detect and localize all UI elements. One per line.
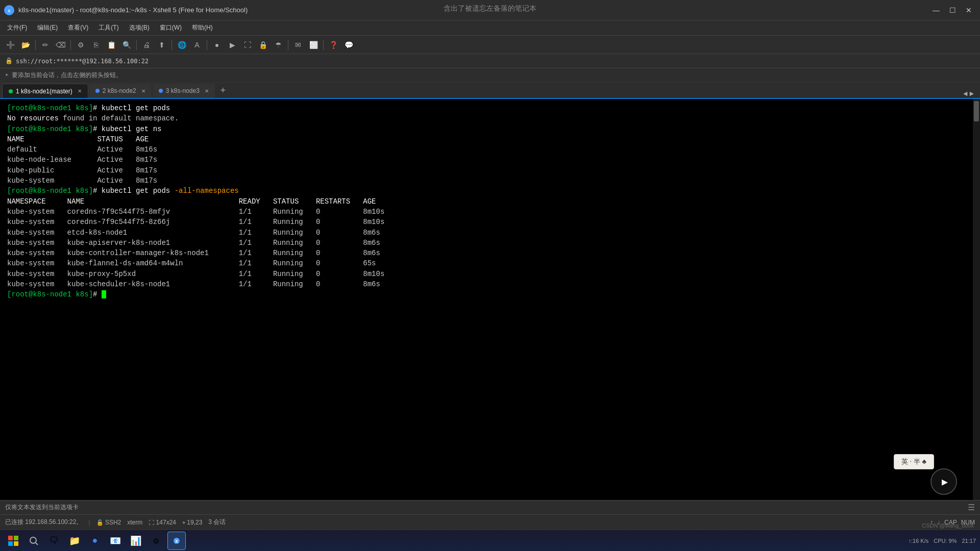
tab-close-3[interactable]: ✕ [205, 88, 209, 94]
size-icon: ⛶ [149, 519, 154, 525]
send-bar-text: 仅将文本发送到当前选项卡 [5, 503, 79, 512]
status-sep-1: | [88, 519, 90, 526]
taskbar-cpu: CPU: 9% [934, 538, 957, 544]
pos-icon: ⌖ [182, 519, 185, 525]
toolbar-layout[interactable]: ⬜ [306, 38, 321, 52]
terminal-scrollbar-thumb[interactable] [974, 101, 979, 121]
menu-window[interactable]: 窗口(W) [155, 21, 187, 34]
svg-text:X: X [8, 9, 11, 13]
ime-widget: 英 ‧ 半 ♣ [894, 454, 934, 469]
toolbar-find[interactable]: 🔍 [119, 38, 134, 52]
status-pos: ⌖ 19,23 [182, 519, 202, 526]
tab-node2[interactable]: 2 k8s-node2 ✕ [89, 84, 152, 98]
info-text: 要添加当前会话，点击左侧的箭头按钮。 [12, 71, 122, 80]
tab-close-2[interactable]: ✕ [141, 88, 145, 94]
tab-node3[interactable]: 3 k8s-node3 ✕ [153, 84, 215, 98]
toolbar-chat[interactable]: 💬 [341, 38, 356, 52]
close-button[interactable]: ✕ [962, 3, 976, 17]
media-play-icon: ▶ [942, 475, 948, 488]
send-bar-menu[interactable]: ☰ [968, 503, 975, 512]
toolbar: ➕ 📂 ✏ ⌫ ⚙ ⎘ 📋 🔍 🖨 ⬆ 🌐 A ● ▶ ⛶ 🔒 ☂ ✉ ⬜ ❓ … [0, 36, 980, 54]
tab-bar: 1 k8s-node1(master) ✕ 2 k8s-node2 ✕ 3 k8… [0, 83, 980, 99]
toolbar-font[interactable]: A [190, 38, 204, 52]
svg-rect-5 [14, 541, 18, 546]
menu-help[interactable]: 帮助(H) [187, 21, 218, 34]
csdn-watermark: CSDN @wang_book [922, 522, 974, 529]
taskbar-speed: ↑:16 K/s [908, 538, 928, 544]
toolbar-play[interactable]: ▶ [225, 38, 239, 52]
window-controls: — ☐ ✕ [929, 3, 976, 17]
menu-view[interactable]: 查看(V) [63, 21, 93, 34]
toolbar-record[interactable]: ● [210, 38, 224, 52]
toolbar-key[interactable]: ☂ [271, 38, 285, 52]
svg-rect-2 [8, 536, 13, 540]
tab-label-1: 1 k8s-node1(master) [16, 88, 72, 95]
toolbar-new[interactable]: ➕ [3, 38, 17, 52]
ssh-icon: 🔓 [96, 519, 104, 525]
toolbar-help[interactable]: ❓ [326, 38, 340, 52]
toolbar-erase[interactable]: ⌫ [54, 38, 68, 52]
svg-line-7 [36, 543, 38, 545]
toolbar-expand[interactable]: ⛶ [240, 38, 255, 52]
tab-prev-icon[interactable]: ◄ [963, 90, 967, 98]
taskbar-app2[interactable]: 📊 [127, 532, 145, 550]
minimize-button[interactable]: — [929, 3, 943, 17]
status-sessions: 3 会话 [208, 518, 226, 527]
taskbar-right: ↑:16 K/s CPU: 9% 21:17 [908, 538, 976, 544]
taskbar-start[interactable] [4, 532, 22, 550]
status-bar: 已连接 192.168.56.100:22。 | 🔓 SSH2 xterm ⛶ … [0, 514, 980, 530]
svg-rect-3 [14, 536, 18, 540]
connection-status: 已连接 192.168.56.100:22。 [5, 518, 82, 527]
toolbar-upload[interactable]: ⬆ [155, 38, 169, 52]
app-icon: X [4, 5, 14, 15]
tab-add-button[interactable]: + [216, 84, 230, 98]
status-term: xterm [127, 519, 142, 526]
tab-dot-2 [95, 89, 100, 93]
tab-dot-1 [9, 89, 13, 93]
address-text: ssh://root:*******@192.168.56.100:22 [16, 58, 149, 65]
toolbar-open[interactable]: 📂 [18, 38, 33, 52]
tab-dot-3 [159, 89, 163, 93]
menu-edit[interactable]: 编辑(E) [32, 21, 63, 34]
address-bar: 🔒 ssh://root:*******@192.168.56.100:22 [0, 54, 980, 68]
toolbar-print[interactable]: 🖨 [139, 38, 154, 52]
tab-close-1[interactable]: ✕ [78, 88, 82, 94]
toolbar-send[interactable]: ✉ [291, 38, 305, 52]
menu-tools[interactable]: 工具(T) [93, 21, 124, 34]
toolbar-paste[interactable]: 📋 [104, 38, 118, 52]
taskbar-app1[interactable]: 📧 [106, 532, 125, 550]
address-icon: 🔒 [5, 57, 13, 65]
toolbar-globe[interactable]: 🌐 [175, 38, 189, 52]
terminal-scrollbar[interactable] [973, 99, 980, 500]
taskbar: 🗨 📁 ● 📧 📊 ⚙ X ↑:16 K/s CPU: 9% 21:17 [0, 530, 980, 551]
svg-rect-4 [8, 541, 13, 546]
info-bar: ➤ 要添加当前会话，点击左侧的箭头按钮。 [0, 68, 980, 83]
tab-node1[interactable]: 1 k8s-node1(master) ✕ [2, 84, 88, 98]
top-watermark: 含出了被遗忘左备落的笔记本 [444, 4, 536, 13]
toolbar-highlight[interactable]: ✏ [38, 38, 53, 52]
tab-nav: ◄ ► [959, 90, 978, 98]
taskbar-app3[interactable]: ⚙ [147, 532, 165, 550]
terminal-content: [root@k8s-node1 k8s]# kubectl get pods N… [0, 99, 980, 304]
terminal-area[interactable]: [root@k8s-node1 k8s]# kubectl get pods N… [0, 99, 980, 500]
menu-bar: 文件(F) 编辑(E) 查看(V) 工具(T) 选项(B) 窗口(W) 帮助(H… [0, 20, 980, 36]
status-size: ⛶ 147x24 [149, 519, 176, 526]
taskbar-cortana[interactable]: 🗨 [45, 532, 63, 550]
menu-options[interactable]: 选项(B) [124, 21, 155, 34]
taskbar-search[interactable] [24, 532, 43, 550]
toolbar-lock[interactable]: 🔒 [256, 38, 270, 52]
toolbar-settings[interactable]: ⚙ [74, 38, 88, 52]
taskbar-files[interactable]: 📁 [65, 532, 84, 550]
send-bar: 仅将文本发送到当前选项卡 ☰ [0, 500, 980, 514]
taskbar-xshell[interactable]: X [167, 532, 186, 550]
tab-label-3: 3 k8s-node3 [166, 87, 200, 94]
menu-file[interactable]: 文件(F) [2, 21, 32, 34]
status-ssh: 🔓 SSH2 [96, 519, 121, 526]
tab-label-2: 2 k8s-node2 [103, 87, 136, 94]
taskbar-chrome[interactable]: ● [86, 532, 104, 550]
maximize-button[interactable]: ☐ [945, 3, 960, 17]
media-button[interactable]: ▶ [930, 468, 957, 495]
info-arrow-icon: ➤ [5, 71, 9, 79]
toolbar-copy[interactable]: ⎘ [89, 38, 103, 52]
tab-next-icon[interactable]: ► [970, 90, 974, 98]
